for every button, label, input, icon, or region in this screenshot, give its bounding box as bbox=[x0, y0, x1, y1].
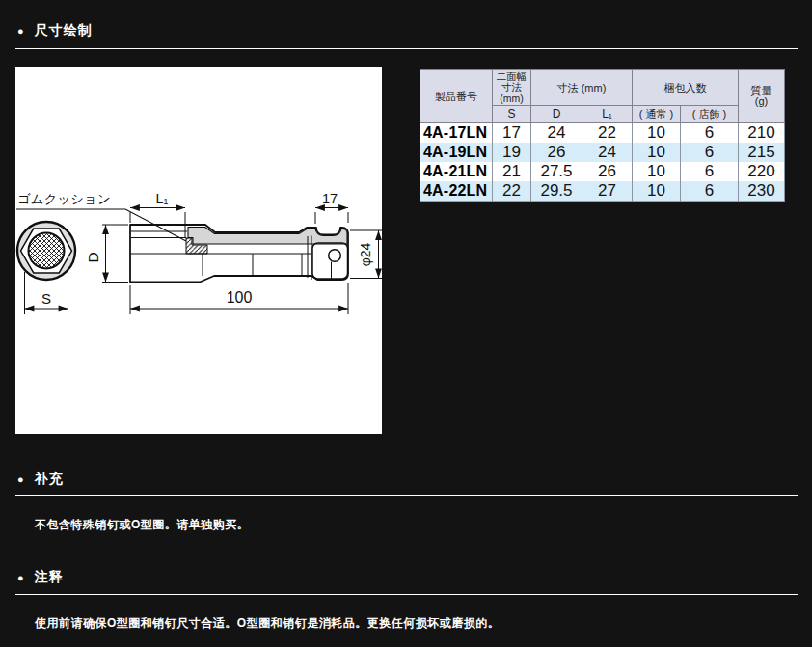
col-header-pack-qty: 梱包入数 bbox=[633, 70, 739, 106]
cell-pack-normal: 10 bbox=[633, 123, 681, 144]
section-title-notes: 注释 bbox=[35, 569, 64, 586]
cell-product: 4A-21LN bbox=[420, 162, 493, 181]
section-header-dimensions: ● 尺寸绘制 bbox=[17, 22, 93, 40]
table-row: 4A-21LN 21 27.5 26 10 6 220 bbox=[420, 162, 785, 181]
cell-pack-normal: 10 bbox=[633, 181, 681, 202]
col-header-width-across-flats: 二面幅 寸法 (mm) bbox=[493, 70, 531, 106]
total-len-label: 100 bbox=[227, 289, 253, 306]
cell-product: 4A-19LN bbox=[420, 143, 493, 162]
cell-d: 26 bbox=[531, 143, 582, 162]
cell-weight: 220 bbox=[739, 162, 785, 181]
s-dimension-label: S bbox=[41, 290, 51, 307]
cell-l1: 26 bbox=[582, 162, 633, 181]
col-header-pack-normal: ( 通常 ) bbox=[633, 106, 681, 123]
socket-side-view bbox=[130, 225, 348, 283]
cell-pack-display: 6 bbox=[681, 181, 739, 202]
cell-s: 19 bbox=[493, 143, 531, 162]
l1-label: L₁ bbox=[156, 191, 169, 206]
section-header-supplement: ● 补充 bbox=[17, 471, 64, 488]
cell-d: 29.5 bbox=[531, 181, 582, 202]
weight-line2: (g) bbox=[739, 96, 784, 108]
cushion-label: ゴムクッション bbox=[17, 192, 111, 206]
cell-weight: 230 bbox=[739, 181, 785, 202]
socket-technical-drawing: S bbox=[15, 67, 382, 434]
spec-table: 製品番号 二面幅 寸法 (mm) 寸法 (mm) 梱包入数 質量 (g) S D… bbox=[420, 69, 785, 202]
col-header-weight: 質量 (g) bbox=[739, 70, 785, 123]
cell-l1: 24 bbox=[582, 143, 633, 162]
cell-product: 4A-22LN bbox=[420, 181, 493, 202]
col-header-l1: L₁ bbox=[582, 106, 633, 123]
cell-l1: 27 bbox=[582, 181, 633, 202]
phi24-label: φ24 bbox=[358, 242, 373, 266]
table-row: 4A-19LN 19 26 24 10 6 215 bbox=[420, 143, 785, 162]
dimension-drawing-panel: S bbox=[15, 67, 382, 434]
drive-len-label: 17 bbox=[322, 191, 338, 206]
cell-s: 17 bbox=[493, 123, 531, 144]
col-header-dimensions: 寸法 (mm) bbox=[531, 70, 633, 106]
supplement-text: 不包含特殊销钉或O型圈。请单独购买。 bbox=[35, 517, 249, 533]
cell-l1: 22 bbox=[582, 123, 633, 144]
col-header-pack-display: ( 店飾 ) bbox=[681, 106, 739, 123]
divider bbox=[15, 48, 798, 49]
pin-hole bbox=[329, 250, 341, 262]
drive-len-extension-lines bbox=[315, 212, 348, 224]
waf-line3: (mm) bbox=[493, 94, 530, 105]
divider bbox=[15, 495, 798, 496]
cell-pack-display: 6 bbox=[681, 123, 739, 144]
section-title-dimensions: 尺寸绘制 bbox=[35, 22, 93, 40]
bullet-icon: ● bbox=[17, 573, 24, 583]
d-label: D bbox=[85, 252, 101, 262]
socket-end-view: S bbox=[17, 222, 75, 314]
cell-s: 21 bbox=[493, 162, 531, 181]
divider bbox=[15, 594, 798, 595]
table-row: 4A-17LN 17 24 22 10 6 210 bbox=[420, 123, 785, 144]
crosshatched-bore bbox=[29, 233, 65, 269]
col-header-product: 製品番号 bbox=[420, 70, 493, 123]
cell-d: 24 bbox=[531, 123, 582, 144]
section-title-supplement: 补充 bbox=[35, 471, 64, 488]
bullet-icon: ● bbox=[17, 474, 24, 485]
cell-weight: 210 bbox=[739, 123, 785, 144]
col-header-s: S bbox=[493, 106, 531, 123]
section-header-notes: ● 注释 bbox=[17, 569, 64, 586]
cell-d: 27.5 bbox=[531, 162, 582, 181]
cell-pack-display: 6 bbox=[681, 162, 739, 181]
cell-weight: 215 bbox=[739, 143, 785, 162]
bullet-icon: ● bbox=[17, 26, 24, 37]
notes-text: 使用前请确保O型圈和销钉尺寸合适。O型圈和销钉是消耗品。更换任何损坏或磨损的。 bbox=[35, 615, 500, 632]
cell-pack-normal: 10 bbox=[633, 162, 681, 181]
cell-s: 22 bbox=[493, 181, 531, 202]
col-header-d: D bbox=[531, 106, 582, 123]
d-extension-lines bbox=[102, 225, 128, 283]
cell-pack-normal: 10 bbox=[633, 143, 681, 162]
cell-product: 4A-17LN bbox=[420, 123, 493, 144]
table-row: 4A-22LN 22 29.5 27 10 6 230 bbox=[420, 181, 785, 202]
cell-pack-display: 6 bbox=[681, 143, 739, 162]
